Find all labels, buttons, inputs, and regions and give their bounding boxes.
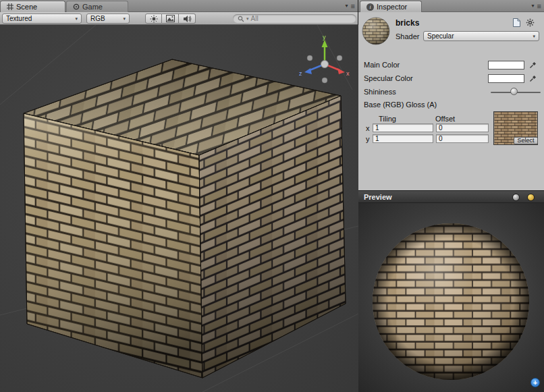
- tab-game-label: Game: [82, 3, 103, 11]
- skybox-toggle[interactable]: [162, 13, 179, 24]
- neg-y-axis-handle[interactable]: [322, 78, 327, 83]
- panel-dropdown-icon[interactable]: ▾: [346, 1, 348, 11]
- tiling-x-input[interactable]: 1: [373, 123, 433, 132]
- speaker-icon: [183, 15, 192, 23]
- inspector-body: bricks Shader Specular ▾ Main Color: [358, 12, 544, 392]
- main-color-swatch[interactable]: [488, 61, 524, 69]
- neg-z-axis-handle[interactable]: [337, 55, 342, 61]
- offset-y-input[interactable]: 0: [436, 134, 489, 143]
- shader-value: Specular: [427, 32, 454, 40]
- texture-select-button[interactable]: Select: [514, 137, 538, 144]
- inspector-strip-menu: ▾ ≡: [532, 1, 541, 11]
- audio-toggle[interactable]: [179, 13, 196, 24]
- search-value: All: [251, 15, 259, 22]
- preview-sphere: [358, 203, 544, 392]
- preview-canvas[interactable]: +: [358, 203, 544, 392]
- preview-light-button[interactable]: [527, 194, 535, 201]
- search-icon: [238, 16, 244, 22]
- scene-grid-icon: [7, 3, 13, 10]
- preview-model-button[interactable]: [512, 194, 520, 201]
- render-mode-value: RGB: [90, 15, 105, 22]
- preview-add-button[interactable]: +: [531, 378, 540, 387]
- shininess-label: Shininess: [364, 88, 396, 96]
- tab-inspector[interactable]: i Inspector: [360, 1, 422, 12]
- scene-strip-menu: ▾ ≡: [346, 1, 355, 11]
- gizmo-y-label: y: [323, 34, 326, 40]
- tab-scene-label: Scene: [16, 3, 37, 11]
- shader-dropdown[interactable]: Specular ▾: [423, 31, 539, 41]
- gizmo-center[interactable]: [321, 61, 329, 68]
- preview-header[interactable]: Preview: [358, 190, 544, 203]
- gizmo-z-label: z: [299, 70, 302, 77]
- specular-color-eyedropper[interactable]: [528, 74, 537, 83]
- panel-menu-icon[interactable]: ≡: [351, 1, 355, 11]
- search-input[interactable]: ▾ All: [233, 14, 356, 23]
- tiling-y-label: y: [366, 135, 370, 143]
- scene-toggle-group: [145, 13, 196, 24]
- gear-icon: [526, 18, 535, 27]
- neg-x-axis-handle[interactable]: [307, 55, 312, 61]
- game-icon: [73, 3, 80, 10]
- panel-dropdown-icon[interactable]: ▾: [532, 1, 535, 11]
- eyedropper-icon: [529, 75, 537, 82]
- main-color-label: Main Color: [364, 61, 400, 69]
- scene-gizmo[interactable]: y x z: [296, 34, 353, 88]
- texture-slot-label: Base (RGB) Gloss (A): [364, 101, 437, 109]
- settings-button[interactable]: [525, 18, 535, 27]
- scene-canvas[interactable]: y x z: [0, 25, 358, 392]
- image-icon: [166, 15, 175, 22]
- help-doc-button[interactable]: [512, 18, 521, 27]
- lighting-toggle[interactable]: [145, 13, 162, 24]
- tab-game[interactable]: Game: [66, 1, 128, 12]
- draw-mode-dropdown[interactable]: Textured ▾: [2, 13, 82, 24]
- material-preview-ball: [362, 17, 390, 45]
- specular-color-label: Specular Color: [364, 74, 413, 82]
- shininess-slider-thumb[interactable]: [510, 88, 518, 95]
- eyedropper-icon: [529, 61, 537, 69]
- offset-x-input[interactable]: 0: [436, 123, 489, 132]
- scene-pane: Scene Game ▾ ≡ Textured ▾ RGB ▾: [0, 0, 358, 392]
- x-axis-cone[interactable]: [337, 68, 345, 74]
- panel-menu-icon[interactable]: ≡: [537, 1, 541, 11]
- chevron-down-icon: ▾: [72, 16, 78, 22]
- tiling-y-input[interactable]: 1: [373, 134, 433, 143]
- inspector-tabstrip: i Inspector ▾ ≡: [358, 0, 544, 12]
- scene-tabstrip: Scene Game ▾ ≡: [0, 0, 358, 12]
- material-name: bricks: [396, 18, 419, 28]
- shader-label: Shader: [396, 32, 419, 40]
- specular-color-swatch[interactable]: [488, 74, 524, 83]
- chevron-down-icon: ▾: [533, 34, 535, 39]
- doc-icon: [513, 18, 520, 27]
- tab-inspector-label: Inspector: [377, 3, 407, 11]
- info-icon: i: [366, 3, 374, 11]
- y-axis-cone[interactable]: [322, 40, 328, 47]
- tab-scene[interactable]: Scene: [0, 1, 65, 12]
- tiling-x-label: x: [366, 124, 370, 132]
- render-mode-dropdown[interactable]: RGB ▾: [86, 13, 130, 24]
- search-filter-chevron-icon[interactable]: ▾: [246, 16, 249, 22]
- preview-title: Preview: [358, 193, 392, 201]
- chevron-down-icon: ▾: [120, 16, 126, 22]
- sun-icon: [150, 15, 158, 23]
- tiling-header: Tiling: [379, 115, 396, 123]
- draw-mode-value: Textured: [6, 15, 32, 22]
- offset-header: Offset: [435, 115, 455, 123]
- main-color-eyedropper[interactable]: [528, 61, 537, 69]
- inspector-pane: i Inspector ▾ ≡: [358, 0, 544, 392]
- gizmo-x-label: x: [346, 70, 350, 77]
- scene-toolbar: Textured ▾ RGB ▾: [0, 12, 358, 25]
